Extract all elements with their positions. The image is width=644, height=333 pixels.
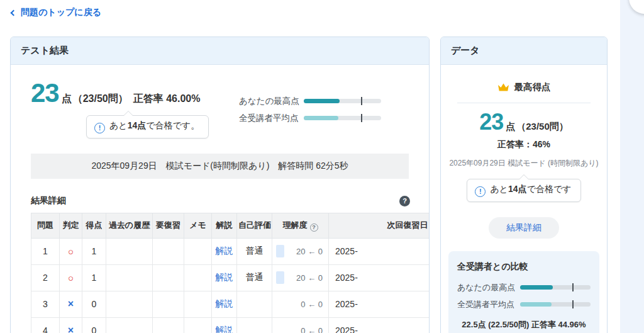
score-fraction: （23/50問） (73, 93, 128, 106)
explanation-link[interactable]: 解説 (216, 246, 233, 256)
info-exclamation-icon: ! (475, 186, 486, 197)
help-icon[interactable]: ? (399, 196, 410, 206)
data-panel: データ 最高得点 23 点 （23/50問） 正答率：46% 2025年09月2… (440, 37, 608, 333)
cell-explanation: 解説 (212, 317, 237, 333)
col-self-eval: 自己評価 (237, 213, 272, 239)
score-accuracy: 正答率 46.00% (133, 93, 201, 106)
understanding-input-box[interactable] (276, 245, 284, 257)
pass-tooltip-suffix: で合格です。 (146, 120, 199, 130)
side-score-unit: 点 (506, 121, 515, 133)
score-bar-average: 全受講者平均点 (239, 110, 381, 127)
side-accuracy: 正答率：46% (441, 139, 607, 150)
cell-next-date: 2025- (329, 291, 430, 317)
understanding-value: 0 ← 0 (301, 326, 323, 333)
test-result-page: 問題のトップに戻る テスト結果 23 点 （23/50問） 正答率 46.00%… (0, 0, 644, 333)
result-table-wrap: 問題 判定 得点 過去の履歴 要復習 メモ 解説 自己評価 理解度? 次回復習日 (31, 213, 429, 333)
score-section: 23 点 （23/50問） 正答率 46.00% !あと14点で合格です。 あな… (11, 65, 429, 138)
pass-line-marker (572, 283, 574, 291)
understanding-value: 20 ← 0 (296, 273, 323, 283)
cell-question-no: 3 (31, 291, 60, 317)
cell-understanding: 0 ← 0 (272, 317, 329, 333)
cell-score: 0 (82, 291, 106, 317)
side-score-fraction: （23/50問） (516, 121, 569, 133)
understanding-input-box[interactable] (276, 271, 284, 284)
score-bars: あなたの最高点 全受講者平均点 (239, 93, 381, 138)
col-judgement: 判定 (60, 213, 82, 239)
comparison-box: 全受講者との比較 あなたの最高点 全受講者平均点 22.5点 (22.5/50問… (448, 251, 599, 333)
crown-icon (497, 82, 509, 93)
explanation-link[interactable]: 解説 (216, 272, 233, 282)
result-table: 問題 判定 得点 過去の履歴 要復習 メモ 解説 自己評価 理解度? 次回復習日 (31, 213, 429, 333)
cell-judgement: ○ (60, 264, 82, 291)
bar-track (304, 99, 381, 103)
cell-next-date: 2025- (329, 238, 430, 264)
best-score-label: 最高得点 (514, 81, 551, 93)
table-row: 1 ○ 1 解説 普通 20 ← 0 2025- (31, 238, 430, 264)
score-value: 23 (31, 80, 59, 106)
table-row: 3 × 0 解説 0 ← 0 2025- (31, 291, 430, 317)
pass-tooltip-points: 14点 (128, 120, 147, 130)
table-row: 2 ○ 1 解説 普通 20 ← 0 2025- (31, 264, 430, 291)
bar-label: あなたの最高点 (239, 96, 301, 107)
side-pass-tooltip: !あと14点で合格です (467, 179, 580, 202)
pass-tooltip: !あと14点で合格です。 (86, 115, 209, 138)
cell-question-no: 1 (31, 238, 60, 264)
cell-memo (184, 317, 212, 333)
score-block: 23 点 （23/50問） 正答率 46.00% !あと14点で合格です。 (31, 80, 209, 138)
side-score-value: 23 (479, 111, 503, 133)
col-history: 過去の履歴 (106, 213, 153, 239)
pass-tooltip-prefix: あと (490, 184, 508, 194)
comparison-title: 全受講者との比較 (457, 261, 591, 273)
col-question: 問題 (31, 213, 60, 239)
bar-fill (304, 99, 340, 103)
col-review: 要復習 (153, 213, 184, 239)
side-pass-tooltip-wrap: !あと14点で合格です (441, 179, 607, 202)
col-understanding: 理解度? (272, 213, 329, 239)
col-explanation: 解説 (212, 213, 237, 239)
pass-tooltip-prefix: あと (109, 120, 128, 130)
back-to-top-link[interactable]: 問題のトップに戻る (11, 7, 101, 18)
bar-track (304, 116, 381, 120)
understanding-spacer (276, 324, 284, 333)
cell-score: 1 (82, 238, 106, 264)
cell-review (153, 264, 184, 291)
cell-memo (184, 264, 212, 291)
cell-understanding: 20 ← 0 (272, 264, 329, 291)
cell-history (106, 317, 153, 333)
score-line: 23 点 （23/50問） 正答率 46.00% (31, 80, 209, 106)
cell-self-eval (237, 317, 272, 333)
explanation-link[interactable]: 解説 (216, 325, 233, 333)
explanation-link[interactable]: 解説 (216, 298, 233, 308)
understanding-value: 0 ← 0 (301, 300, 323, 309)
understanding-spacer (276, 298, 284, 310)
cell-self-eval (237, 291, 272, 317)
panel-title: テスト結果 (11, 37, 429, 65)
pass-tooltip-wrap: !あと14点で合格です。 (86, 115, 209, 138)
result-details-button[interactable]: 結果詳細 (489, 217, 559, 239)
best-score-row: 最高得点 (441, 81, 607, 93)
cell-judgement: ○ (60, 238, 82, 264)
cell-memo (184, 291, 212, 317)
cell-score: 1 (82, 264, 106, 291)
cell-question-no: 4 (31, 317, 60, 333)
cell-understanding: 0 ← 0 (272, 291, 329, 317)
cell-next-date: 2025- (329, 264, 430, 291)
score-bar-your-best: あなたの最高点 (239, 93, 381, 110)
bar-label: 全受講者平均点 (239, 113, 301, 124)
cell-history (106, 238, 153, 264)
bar-track (520, 285, 591, 290)
cell-self-eval: 普通 (237, 264, 272, 291)
question-circle-icon[interactable]: ? (310, 223, 318, 232)
cell-question-no: 2 (31, 264, 60, 291)
info-exclamation-icon: ! (94, 123, 105, 133)
cell-judgement: × (60, 291, 82, 317)
cell-review (153, 238, 184, 264)
table-header-row: 問題 判定 得点 過去の履歴 要復習 メモ 解説 自己評価 理解度? 次回復習日 (31, 213, 430, 239)
session-info: 2025年09月29日 模試モード(時間制限あり) 解答時間 62分5秒 (31, 154, 409, 179)
bar-fill (520, 302, 552, 307)
comparison-bar-your-best: あなたの最高点 (457, 279, 591, 296)
bar-label: あなたの最高点 (457, 282, 518, 293)
bar-fill (304, 116, 338, 120)
cell-memo (184, 238, 212, 264)
cell-self-eval: 普通 (237, 238, 272, 264)
